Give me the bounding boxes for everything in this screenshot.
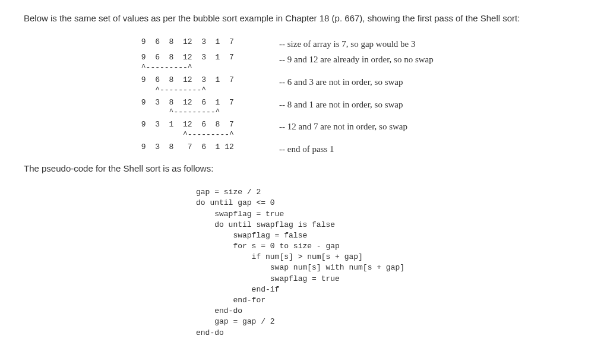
pseudo-code: gap = size / 2 do until gap <= 0 swapfla… (196, 187, 580, 338)
trace-row: 9 6 8 12 3 1 7 -- size of array is 7, so… (137, 37, 580, 51)
trace-values: 9 3 8 12 6 1 7 ^---------^ (137, 98, 279, 118)
trace-row: 9 6 8 12 3 1 7 ^---------^ -- 9 and 12 a… (137, 53, 580, 73)
trace-comment: -- 6 and 3 are not in order, so swap (279, 75, 403, 89)
trace-row: 9 3 8 7 6 1 12 -- end of pass 1 (137, 143, 580, 156)
trace-values: 9 3 8 7 6 1 12 (137, 143, 279, 153)
trace-values: 9 6 8 12 3 1 7 ^---------^ (137, 53, 279, 73)
trace-comment: -- 9 and 12 are already in order, so no … (279, 53, 434, 67)
mid-paragraph: The pseudo-code for the Shell sort is as… (24, 162, 580, 176)
trace-block: 9 6 8 12 3 1 7 -- size of array is 7, so… (137, 37, 580, 156)
trace-values: 9 6 8 12 3 1 7 ^---------^ (137, 75, 279, 96)
trace-values: 9 3 1 12 6 8 7 ^---------^ (137, 120, 279, 140)
trace-row: 9 6 8 12 3 1 7 ^---------^ -- 6 and 3 ar… (137, 75, 580, 96)
intro-paragraph: Below is the same set of values as per t… (24, 12, 580, 26)
trace-comment: -- size of array is 7, so gap would be 3 (279, 37, 416, 51)
trace-comment: -- 8 and 1 are not in order, so swap (279, 98, 403, 112)
trace-row: 9 3 8 12 6 1 7 ^---------^ -- 8 and 1 ar… (137, 98, 580, 118)
trace-comment: -- end of pass 1 (279, 143, 334, 156)
trace-comment: -- 12 and 7 are not in order, so swap (279, 120, 407, 134)
trace-values: 9 6 8 12 3 1 7 (137, 37, 279, 48)
trace-row: 9 3 1 12 6 8 7 ^---------^ -- 12 and 7 a… (137, 120, 580, 140)
